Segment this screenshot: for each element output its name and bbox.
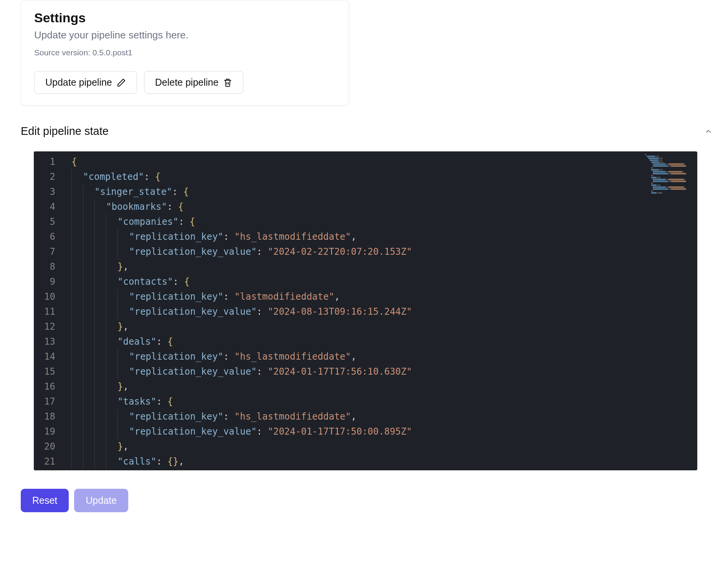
settings-subtitle: Update your pipeline settings here. — [34, 29, 336, 41]
update-pipeline-button[interactable]: Update pipeline — [34, 71, 137, 94]
json-editor[interactable]: 123456789101112131415161718192021 {"comp… — [34, 151, 697, 470]
source-version: Source version: 0.5.0.post1 — [34, 48, 336, 57]
source-version-value: 0.5.0.post1 — [93, 48, 132, 57]
editor-section-header[interactable]: Edit pipeline state — [21, 125, 713, 138]
edit-icon — [117, 78, 126, 87]
editor-code-area[interactable]: {"completed": {"singer_state": {"bookmar… — [61, 151, 697, 470]
reset-button[interactable]: Reset — [21, 489, 69, 512]
trash-icon — [223, 78, 232, 87]
settings-title: Settings — [34, 10, 336, 25]
delete-pipeline-button[interactable]: Delete pipeline — [144, 71, 243, 94]
editor-gutter: 123456789101112131415161718192021 — [34, 151, 61, 470]
settings-card: Settings Update your pipeline settings h… — [21, 0, 349, 106]
settings-button-row: Update pipeline Delete pipeline — [34, 71, 336, 94]
editor-minimap[interactable] — [645, 154, 695, 231]
chevron-up-icon — [704, 127, 713, 136]
delete-pipeline-label: Delete pipeline — [155, 77, 218, 88]
source-version-label: Source version: — [34, 48, 93, 57]
edit-pipeline-state-title: Edit pipeline state — [21, 125, 109, 138]
update-pipeline-label: Update pipeline — [45, 77, 112, 88]
editor-action-buttons: Reset Update — [21, 489, 713, 512]
update-button[interactable]: Update — [74, 489, 128, 512]
